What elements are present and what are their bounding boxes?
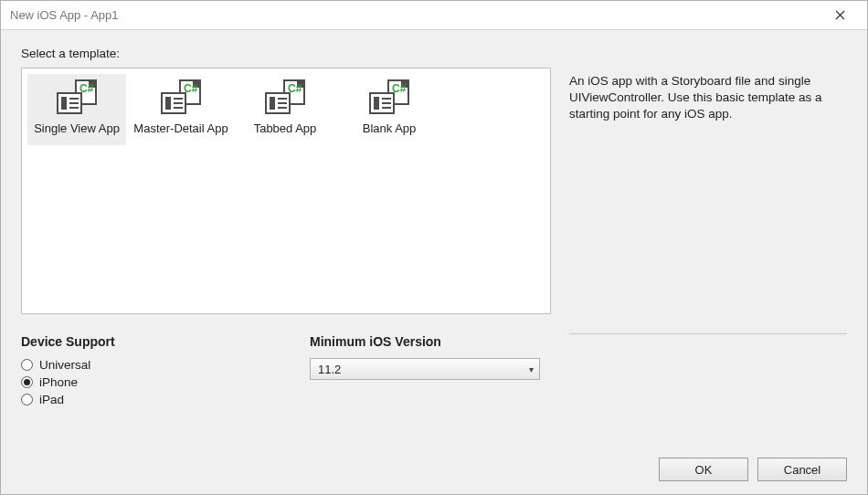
min-ios-select[interactable]: 11.2 ▾: [310, 358, 540, 380]
button-label: Cancel: [784, 463, 820, 477]
description-panel: An iOS app with a Storyboard file and si…: [569, 68, 847, 314]
close-icon: [835, 10, 845, 20]
template-label: Master-Detail App: [133, 121, 228, 136]
window-title: New iOS App - App1: [10, 8, 119, 22]
template-icon: C#: [57, 79, 97, 114]
radio-iphone[interactable]: iPhone: [21, 375, 310, 389]
template-list: C# Single View App C# Master-Detail App: [21, 68, 551, 314]
min-ios-heading: Minimum iOS Version: [310, 334, 566, 349]
device-support-section: Device Support Universal iPhone iPad: [21, 334, 310, 410]
template-row: C# Single View App C# Master-Detail App: [21, 68, 847, 314]
template-icon: C#: [265, 79, 305, 114]
radio-label: iPad: [39, 393, 64, 406]
template-item-master-detail[interactable]: C# Master-Detail App: [132, 74, 230, 145]
template-label: Tabbed App: [254, 121, 317, 136]
template-label: Blank App: [363, 121, 417, 136]
radio-icon: [21, 376, 33, 388]
template-item-tabbed[interactable]: C# Tabbed App: [236, 74, 334, 145]
min-ios-section: Minimum iOS Version 11.2 ▾: [310, 334, 566, 410]
radio-icon: [21, 359, 33, 371]
template-description: An iOS app with a Storyboard file and si…: [569, 73, 847, 123]
radio-universal[interactable]: Universal: [21, 358, 310, 372]
close-button[interactable]: [821, 1, 858, 30]
template-icon: C#: [369, 79, 409, 114]
template-icon: C#: [161, 79, 201, 114]
select-value: 11.2: [318, 363, 341, 376]
ok-button[interactable]: OK: [659, 458, 748, 481]
cancel-button[interactable]: Cancel: [757, 458, 847, 481]
radio-label: Universal: [39, 358, 90, 372]
radio-icon: [21, 394, 33, 405]
radio-label: iPhone: [39, 375, 78, 389]
radio-ipad[interactable]: iPad: [21, 393, 310, 406]
template-label: Single View App: [34, 121, 120, 136]
chevron-down-icon: ▾: [529, 364, 534, 374]
template-item-blank[interactable]: C# Blank App: [340, 74, 439, 145]
dialog-footer: OK Cancel: [21, 448, 847, 481]
device-support-heading: Device Support: [21, 334, 310, 349]
titlebar: New iOS App - App1: [1, 1, 867, 30]
template-item-single-view[interactable]: C# Single View App: [27, 74, 126, 145]
button-label: OK: [695, 463, 713, 477]
dialog-body: Select a template: C# Single View App C#: [1, 30, 867, 494]
options-row: Device Support Universal iPhone iPad Min…: [21, 334, 847, 410]
prompt-label: Select a template:: [21, 47, 847, 60]
dialog-window: New iOS App - App1 Select a template: C#…: [0, 0, 868, 495]
